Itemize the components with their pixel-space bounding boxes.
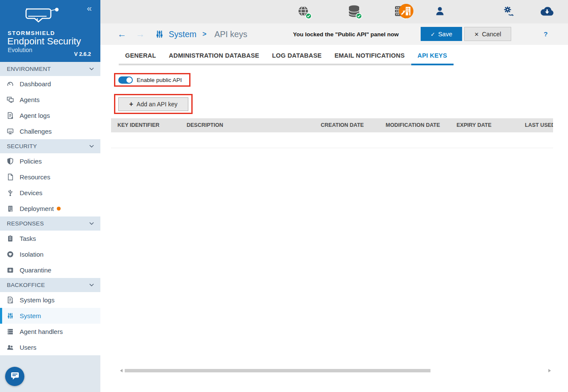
sidebar-footer (0, 355, 100, 392)
sidebar-item-label: Policies (20, 158, 42, 165)
product-version: V 2.6.2 (74, 51, 91, 57)
sidebar-item-agent-logs[interactable]: Agent logs (0, 108, 100, 123)
tasks-icon (6, 235, 15, 242)
cloud-sync-icon[interactable] (540, 6, 554, 18)
section-responses[interactable]: RESPONSES (0, 216, 100, 231)
system-icon (6, 312, 15, 319)
cancel-button[interactable]: ✕Cancel (464, 27, 511, 41)
save-button[interactable]: ✓Save (421, 27, 462, 41)
toggle-knob (126, 77, 132, 83)
sidebar: « STORMSHIELD Endpoint Security Evolutio… (0, 0, 100, 392)
agent-handlers-icon (6, 328, 15, 335)
sidebar-item-system-logs[interactable]: System logs (0, 292, 100, 308)
scrollbar-thumb[interactable] (125, 369, 430, 372)
feedback-chat-button[interactable] (5, 367, 24, 386)
help-button[interactable]: ? (544, 23, 548, 45)
tab-api-keys[interactable]: API KEYS (411, 47, 454, 65)
api-keys-table: KEY IDENTIFIER DESCRIPTION CREATION DATE… (111, 118, 553, 148)
brand-name: STORMSHIELD (8, 30, 55, 36)
sidebar-item-label: Agent handlers (20, 328, 63, 335)
scroll-left-arrow-icon[interactable] (120, 369, 123, 372)
main-area: ← → System > API keys You locked the "Pu… (100, 0, 568, 392)
breadcrumb-parent[interactable]: System (169, 23, 196, 45)
orange-pending-dot (57, 207, 61, 211)
sidebar-item-label: Challenges (20, 128, 52, 135)
sidebar-item-devices[interactable]: Devices (0, 185, 100, 201)
dashboard-icon (6, 80, 15, 88)
system-sliders-icon (155, 30, 164, 40)
tab-general[interactable]: GENERAL (119, 47, 162, 65)
gear-actions-icon[interactable] (503, 6, 514, 18)
internet-globe-icon[interactable] (297, 5, 310, 19)
status-ok-check-icon (305, 13, 312, 21)
tab-administration-database[interactable]: ADMINISTRATION DATABASE (162, 47, 266, 65)
isolation-icon (6, 251, 15, 258)
horizontal-scrollbar (111, 368, 553, 373)
sidebar-item-label: Dashboard (20, 80, 51, 88)
sidebar-item-label: Resources (20, 173, 50, 181)
sidebar-item-label: Isolation (20, 251, 44, 258)
deployment-pending-icon[interactable] (398, 3, 414, 20)
agents-icon (6, 96, 15, 103)
sidebar-item-label: Deployment (20, 205, 54, 212)
sidebar-item-resources[interactable]: Resources (0, 169, 100, 185)
sidebar-item-deployment[interactable]: Deployment (0, 201, 100, 216)
annotation-highlight-add-button: +Add an API key (114, 94, 193, 114)
section-security[interactable]: SECURITY (0, 139, 100, 153)
sidebar-item-system[interactable]: System (0, 308, 100, 324)
challenges-icon (6, 128, 15, 135)
resources-icon (6, 173, 15, 181)
scroll-right-arrow-icon[interactable] (548, 369, 551, 372)
enable-public-api-toggle[interactable] (118, 76, 133, 84)
tab-email-notifications[interactable]: EMAIL NOTIFICATIONS (328, 47, 411, 65)
sidebar-item-dashboard[interactable]: Dashboard (0, 76, 100, 92)
breadcrumb-current: API keys (214, 23, 247, 45)
add-api-key-button[interactable]: +Add an API key (118, 97, 188, 111)
section-environment[interactable]: ENVIRONMENT (0, 62, 100, 76)
column-modification-date: MODIFICATION DATE (386, 118, 440, 132)
settings-tabs: GENERAL ADMINISTRATION DATABASE LOG DATA… (119, 47, 454, 65)
sidebar-collapse-button[interactable]: « (87, 3, 92, 12)
stormshield-logo-icon (24, 8, 64, 26)
sidebar-item-quarantine[interactable]: Quarantine (0, 262, 100, 278)
policies-icon (6, 158, 15, 165)
table-empty-row (111, 132, 553, 148)
forward-button[interactable]: → (136, 23, 145, 45)
system-logs-icon (6, 296, 15, 304)
breadcrumb-separator: > (202, 23, 206, 45)
add-api-key-label: Add an API key (137, 101, 178, 108)
sidebar-item-label: System logs (20, 296, 55, 304)
sidebar-item-isolation[interactable]: Isolation (0, 246, 100, 262)
column-last-used: LAST USED (525, 118, 553, 132)
tab-log-database[interactable]: LOG DATABASE (266, 47, 328, 65)
close-icon: ✕ (474, 31, 479, 38)
app-window: « STORMSHIELD Endpoint Security Evolutio… (0, 0, 568, 392)
database-icon[interactable] (348, 5, 360, 19)
chevron-down-icon (89, 284, 94, 287)
toggle-label: Enable public API (137, 77, 182, 83)
section-backoffice[interactable]: BACKOFFICE (0, 278, 100, 292)
sidebar-item-tasks[interactable]: Tasks (0, 231, 100, 246)
sidebar-item-agent-handlers[interactable]: Agent handlers (0, 324, 100, 339)
column-expiry-date: EXPIRY DATE (457, 118, 492, 132)
sidebar-item-agents[interactable]: Agents (0, 92, 100, 108)
sidebar-item-users[interactable]: Users (0, 339, 100, 355)
chevron-down-icon (89, 222, 94, 225)
back-button[interactable]: ← (117, 23, 126, 45)
top-status-bar (100, 0, 568, 23)
agent-logs-icon (6, 112, 15, 119)
user-account-icon[interactable] (435, 6, 445, 18)
api-keys-table-header: KEY IDENTIFIER DESCRIPTION CREATION DATE… (111, 118, 553, 132)
sidebar-item-policies[interactable]: Policies (0, 153, 100, 169)
check-icon: ✓ (430, 31, 435, 38)
column-description: DESCRIPTION (187, 118, 223, 132)
quarantine-icon (6, 266, 15, 274)
content-panel: GENERAL ADMINISTRATION DATABASE LOG DATA… (100, 45, 568, 392)
status-ok-check-icon (356, 13, 362, 21)
sidebar-item-label: System (20, 312, 41, 319)
sidebar-nav: ENVIRONMENT Dashboard Agents (0, 62, 100, 355)
deployment-icon (6, 205, 15, 212)
sidebar-item-challenges[interactable]: Challenges (0, 123, 100, 139)
sidebar-item-label: Users (20, 344, 36, 351)
section-label: BACKOFFICE (7, 282, 45, 288)
